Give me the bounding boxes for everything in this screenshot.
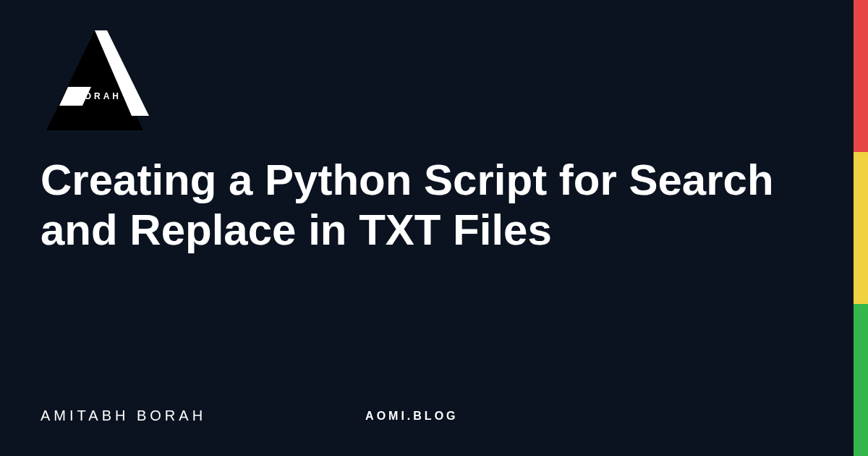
stripe-green [854,304,868,456]
logo-mark-icon [41,26,149,135]
stripe-yellow [854,152,868,304]
stripe-red [854,0,868,152]
logo-wordmark: BORAH [75,91,122,101]
card-content: BORAH Creating a Python Script for Searc… [0,0,854,456]
meta-row: AMITABH BORAH AOMI.BLOG [41,408,813,424]
author-name: AMITABH BORAH [41,408,206,424]
site-domain: AOMI.BLOG [365,410,458,423]
post-title: Creating a Python Script for Search and … [41,155,807,255]
site-logo: BORAH [41,26,149,135]
accent-stripes [854,0,868,456]
